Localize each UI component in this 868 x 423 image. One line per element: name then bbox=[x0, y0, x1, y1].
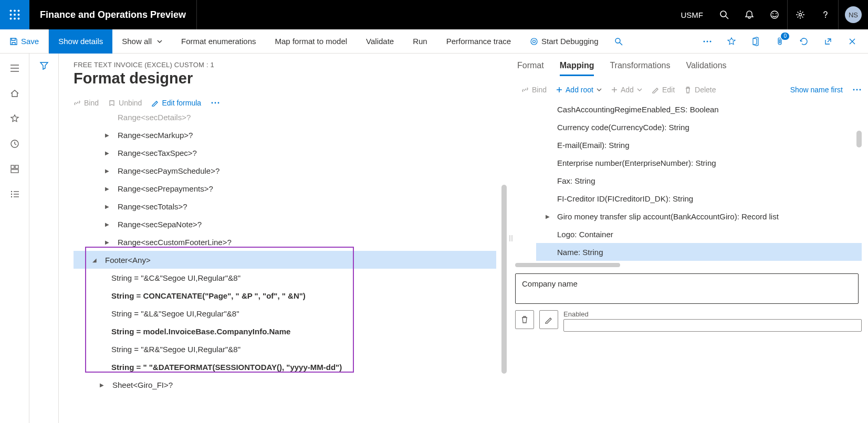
run-button[interactable]: Run bbox=[403, 29, 437, 54]
tab-transformations[interactable]: Transformations bbox=[610, 61, 670, 76]
favorites-icon[interactable] bbox=[4, 108, 25, 129]
feedback-icon[interactable] bbox=[762, 0, 787, 29]
recent-icon[interactable] bbox=[4, 133, 25, 154]
attachments-icon[interactable]: 0 bbox=[769, 29, 790, 54]
tree-node[interactable]: ▶Range<secPrepayments>? bbox=[74, 179, 496, 197]
tree-node[interactable]: ▶Range<secSepaNote>? bbox=[74, 215, 496, 233]
tab-mapping[interactable]: Mapping bbox=[560, 61, 594, 76]
notifications-icon[interactable] bbox=[737, 0, 762, 29]
unbind-button[interactable]: Unbind bbox=[108, 99, 142, 107]
tree-node-footer[interactable]: ◢Footer<Any> bbox=[74, 251, 496, 269]
save-label: Save bbox=[21, 37, 39, 46]
map-item[interactable]: ▶Giro money transfer slip account(BankAc… bbox=[536, 207, 862, 225]
enabled-input[interactable] bbox=[563, 319, 862, 332]
home-icon[interactable] bbox=[4, 83, 25, 104]
map-item[interactable]: Fax: String bbox=[536, 172, 862, 189]
tree-node[interactable]: String = model.InvoiceBase.CompanyInfo.N… bbox=[74, 322, 496, 340]
map-item[interactable]: E-mail(Email): String bbox=[536, 136, 862, 154]
svg-point-27 bbox=[11, 191, 12, 192]
svg-point-0 bbox=[10, 10, 12, 12]
svg-point-21 bbox=[707, 40, 708, 42]
workspaces-icon[interactable] bbox=[4, 158, 25, 179]
modules-icon[interactable] bbox=[4, 184, 25, 205]
enabled-label: Enabled bbox=[563, 310, 862, 318]
tab-validations[interactable]: Validations bbox=[686, 61, 726, 76]
tab-format[interactable]: Format bbox=[517, 61, 544, 76]
show-name-first-button[interactable]: Show name first bbox=[790, 86, 843, 94]
tree-node[interactable]: String = "&L&"Segoe UI,Regular"&8" bbox=[74, 304, 496, 322]
svg-point-7 bbox=[14, 18, 16, 20]
app-launcher-button[interactable] bbox=[0, 0, 29, 29]
map-to-model-button[interactable]: Map format to model bbox=[266, 29, 357, 54]
svg-point-13 bbox=[776, 13, 777, 14]
edit-formula-button[interactable]: Edit formula bbox=[151, 99, 201, 107]
map-bind-button[interactable]: Bind bbox=[521, 86, 547, 94]
map-item-selected[interactable]: Name: String bbox=[536, 243, 862, 261]
bookmark-icon[interactable] bbox=[721, 29, 742, 54]
detail-field-value: Company name bbox=[522, 279, 578, 288]
tree-node[interactable]: String = CONCATENATE("Page", " &P ", "of… bbox=[74, 287, 496, 304]
detail-field-box[interactable]: Company name bbox=[515, 273, 859, 304]
tree-node[interactable]: ▶Range<secMarkup>? bbox=[74, 126, 496, 144]
tree-node[interactable]: ▶Sheet<Giro_FI>? bbox=[74, 376, 496, 394]
user-avatar[interactable]: NS bbox=[845, 6, 862, 23]
svg-point-31 bbox=[215, 102, 216, 104]
map-add-button[interactable]: Add bbox=[611, 86, 642, 94]
map-item[interactable]: FI-Creditor ID(FICreditorID_DK): String bbox=[536, 189, 862, 207]
map-item[interactable]: CashAccountingRegimeEnabled_ES: Boolean bbox=[536, 100, 862, 118]
svg-point-15 bbox=[825, 17, 826, 18]
format-toolbar-more-icon[interactable] bbox=[211, 101, 220, 104]
splitter-handle[interactable] bbox=[507, 54, 515, 423]
hamburger-icon[interactable] bbox=[4, 58, 25, 79]
svg-point-29 bbox=[11, 196, 12, 197]
tree-node[interactable]: ▶Range<secTotals>? bbox=[74, 197, 496, 215]
tree-scrollbar[interactable] bbox=[501, 185, 507, 374]
tree-node[interactable]: String = " "&DATEFORMAT(SESSIONTODAY(), … bbox=[74, 358, 496, 376]
map-scrollbar[interactable] bbox=[856, 131, 862, 147]
add-root-button[interactable]: Add root bbox=[556, 86, 602, 94]
map-item[interactable]: Logo: Container bbox=[536, 225, 862, 243]
svg-point-35 bbox=[860, 89, 861, 91]
svg-point-5 bbox=[18, 14, 20, 16]
show-details-button[interactable]: Show details bbox=[49, 29, 112, 54]
filter-icon[interactable] bbox=[39, 61, 49, 423]
svg-rect-26 bbox=[11, 170, 18, 173]
refresh-icon[interactable] bbox=[793, 29, 814, 54]
tree-node[interactable]: ▶Range<secTaxSpec>? bbox=[74, 144, 496, 162]
tree-node[interactable]: String = "&R&"Segoe UI,Regular"&8" bbox=[74, 340, 496, 358]
performance-trace-button[interactable]: Performance trace bbox=[437, 29, 520, 54]
tree-node[interactable]: Range<secDetails>? bbox=[74, 111, 496, 126]
save-button[interactable]: Save bbox=[0, 29, 49, 54]
detail-delete-button[interactable] bbox=[515, 310, 534, 329]
search-icon[interactable] bbox=[712, 0, 737, 29]
tree-node[interactable]: String = "&C&"Segoe UI,Regular"&8" bbox=[74, 269, 496, 287]
map-item[interactable]: Enterprise number(EnterpriseNumber): Str… bbox=[536, 154, 862, 172]
settings-icon[interactable] bbox=[788, 0, 813, 29]
help-icon[interactable] bbox=[813, 0, 838, 29]
office-icon[interactable] bbox=[745, 29, 766, 54]
map-edit-button[interactable]: Edit bbox=[652, 86, 675, 94]
bind-button[interactable]: Bind bbox=[74, 99, 99, 107]
svg-rect-25 bbox=[15, 165, 18, 168]
chevron-down-icon bbox=[157, 39, 162, 44]
detail-edit-button[interactable] bbox=[539, 310, 558, 329]
svg-point-8 bbox=[18, 18, 20, 20]
map-hscrollbar[interactable] bbox=[515, 263, 620, 267]
popout-icon[interactable] bbox=[818, 29, 839, 54]
close-icon[interactable] bbox=[842, 29, 863, 54]
map-delete-button[interactable]: Delete bbox=[684, 86, 716, 94]
svg-point-18 bbox=[615, 38, 620, 43]
format-enumerations-button[interactable]: Format enumerations bbox=[172, 29, 266, 54]
map-toolbar-more-icon[interactable] bbox=[852, 88, 862, 91]
legal-entity-label[interactable]: USMF bbox=[673, 10, 712, 19]
search-action-icon[interactable] bbox=[608, 29, 629, 54]
start-debugging-button[interactable]: Start Debugging bbox=[520, 29, 608, 54]
more-commands-icon[interactable] bbox=[697, 29, 718, 54]
tree-node[interactable]: ▶Range<secPaymSchedule>? bbox=[74, 162, 496, 179]
app-title: Finance and Operations Preview bbox=[29, 9, 186, 20]
tree-node[interactable]: ▶Range<secCustomFooterLine>? bbox=[74, 233, 496, 251]
map-item[interactable]: Currency code(CurrencyCode): String bbox=[536, 118, 862, 136]
svg-point-4 bbox=[14, 14, 16, 16]
show-all-button[interactable]: Show all bbox=[112, 29, 172, 54]
validate-button[interactable]: Validate bbox=[357, 29, 403, 54]
